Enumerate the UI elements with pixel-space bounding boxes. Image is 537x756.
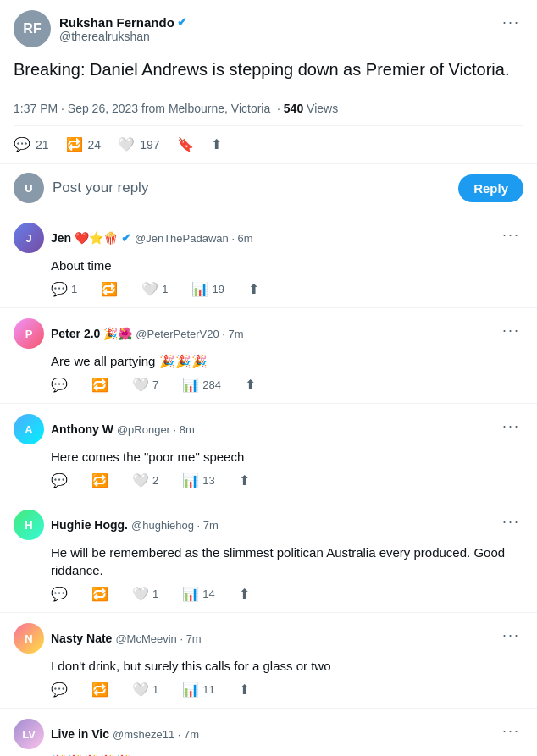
- like-icon: 🤍: [141, 281, 158, 297]
- reply-handle-time: @hughiehog · 7m: [131, 519, 219, 532]
- reply-comment-action[interactable]: 💬: [51, 682, 68, 698]
- reply-item: N Nasty Nate @McMeevin · 7m ··· I don't …: [0, 613, 537, 709]
- reply-retweet-action[interactable]: 🔁: [91, 682, 108, 698]
- reply-retweet-action[interactable]: 🔁: [91, 586, 108, 602]
- verified-icon: ✔: [177, 15, 187, 29]
- retweet-icon: 🔁: [66, 136, 83, 152]
- reply-submit-button[interactable]: Reply: [458, 174, 523, 202]
- reply-more-button[interactable]: ···: [499, 318, 523, 343]
- more-options-button[interactable]: ···: [499, 10, 523, 35]
- comment-icon: 💬: [51, 586, 68, 602]
- reply-like-action[interactable]: 🤍 7: [132, 377, 158, 393]
- reply-retweet-action[interactable]: 🔁: [91, 472, 108, 488]
- reply-comment-action[interactable]: 💬: [51, 586, 68, 602]
- share-stat[interactable]: ⬆: [211, 136, 222, 152]
- reply-author-row: N Nasty Nate @McMeevin · 7m: [14, 623, 202, 654]
- reply-like-count: 1: [152, 683, 158, 696]
- retweet-icon: 🔁: [101, 281, 118, 297]
- reply-author-info: Jen ❤️⭐🍿 ✔ @JenThePadawan · 6m: [51, 231, 253, 245]
- reply-header: LV Live in Vic @msheze11 · 7m ···: [14, 719, 523, 749]
- reply-views-action[interactable]: 📊 13: [182, 472, 214, 488]
- reply-author-info: Peter 2.0 🎉🌺 @PeterPeterV20 · 7m: [51, 327, 244, 340]
- views-icon: 📊: [182, 682, 199, 698]
- comment-stat[interactable]: 💬 21: [14, 136, 49, 152]
- like-icon: 🤍: [132, 472, 149, 488]
- reply-author-info: Live in Vic @msheze11 · 7m: [51, 727, 199, 741]
- reply-content: He will be remembered as the slimmest po…: [51, 544, 523, 579]
- reply-content: I don't drink, but surely this calls for…: [51, 657, 523, 675]
- views-icon: 📊: [191, 281, 208, 297]
- tweet-stats: 💬 21 🔁 24 🤍 197 🔖 ⬆: [14, 126, 523, 163]
- share-icon: ⬆: [239, 586, 250, 602]
- reply-actions: 💬 🔁 🤍 1 📊 14 ⬆: [51, 586, 523, 602]
- reply-like-count: 1: [162, 283, 168, 295]
- retweet-stat[interactable]: 🔁 24: [66, 136, 102, 152]
- reply-views-count: 11: [202, 683, 214, 696]
- author-name: Rukshan Fernando ✔: [59, 15, 187, 30]
- reply-comment-action[interactable]: 💬: [51, 472, 68, 488]
- like-icon: 🤍: [132, 682, 149, 698]
- like-stat[interactable]: 🤍 197: [118, 136, 159, 152]
- reply-views-count: 284: [202, 378, 221, 391]
- reply-item: A Anthony W @pRonger · 8m ··· Here comes…: [0, 404, 537, 499]
- tweet-content: Breaking: Daniel Andrews is stepping dow…: [14, 58, 523, 81]
- reply-header: H Hughie Hogg. @hughiehog · 7m ···: [14, 510, 523, 540]
- reply-views-action[interactable]: 📊 14: [182, 586, 214, 602]
- reply-actions: 💬 1 🔁 🤍 1 📊 19 ⬆: [51, 281, 523, 297]
- comment-icon: 💬: [51, 682, 68, 698]
- reply-author-name: Anthony W: [51, 422, 113, 436]
- reply-actions: 💬 🔁 🤍 1 📊 11 ⬆: [51, 682, 523, 698]
- reply-avatar: P: [14, 318, 44, 349]
- reply-author-info: Hughie Hogg. @hughiehog · 7m: [51, 518, 219, 532]
- tweet-views-label: Views: [307, 102, 338, 115]
- views-icon: 📊: [182, 377, 199, 393]
- reply-like-action[interactable]: 🤍 1: [141, 281, 168, 297]
- like-icon: 🤍: [132, 586, 149, 602]
- reply-like-action[interactable]: 🤍 1: [132, 682, 158, 698]
- reply-like-action[interactable]: 🤍 1: [132, 586, 158, 602]
- replies-list: J Jen ❤️⭐🍿 ✔ @JenThePadawan · 6m ··· Abo…: [0, 212, 537, 756]
- reply-comment-action[interactable]: 💬: [51, 377, 68, 393]
- bookmark-stat[interactable]: 🔖: [177, 136, 194, 152]
- reply-author-name: Nasty Nate: [51, 632, 112, 645]
- reply-author-name: Jen ❤️⭐🍿: [51, 231, 118, 245]
- reply-views-action[interactable]: 📊 11: [182, 682, 214, 698]
- retweet-icon: 🔁: [91, 377, 108, 393]
- reply-comment-action[interactable]: 💬 1: [51, 281, 77, 297]
- reply-more-button[interactable]: ···: [499, 719, 523, 743]
- reply-retweet-action[interactable]: 🔁: [91, 377, 108, 393]
- reply-item: P Peter 2.0 🎉🌺 @PeterPeterV20 · 7m ··· A…: [0, 308, 537, 404]
- like-count: 197: [140, 138, 159, 152]
- reply-views-count: 19: [212, 283, 224, 295]
- share-icon: ⬆: [239, 682, 250, 698]
- reply-more-button[interactable]: ···: [499, 414, 523, 439]
- reply-header: N Nasty Nate @McMeevin · 7m ···: [14, 623, 523, 654]
- share-icon: ⬆: [245, 377, 256, 393]
- reply-more-button[interactable]: ···: [499, 510, 523, 534]
- reply-author-name: Peter 2.0 🎉🌺: [51, 327, 132, 340]
- reply-share-action[interactable]: ⬆: [239, 586, 250, 602]
- comment-icon: 💬: [51, 281, 68, 297]
- verified-icon: ✔: [121, 231, 131, 245]
- tweet-author: RF Rukshan Fernando ✔ @therealrukshan: [14, 10, 187, 47]
- reply-name-line: Hughie Hogg. @hughiehog · 7m: [51, 518, 219, 532]
- comment-icon: 💬: [51, 472, 68, 488]
- reply-views-action[interactable]: 📊 19: [191, 281, 224, 297]
- reply-placeholder-text[interactable]: Post your reply: [53, 179, 450, 196]
- reply-retweet-action[interactable]: 🔁: [101, 281, 118, 297]
- reply-more-button[interactable]: ···: [499, 223, 523, 247]
- reply-share-action[interactable]: ⬆: [239, 472, 250, 488]
- reply-share-action[interactable]: ⬆: [245, 377, 256, 393]
- reply-like-action[interactable]: 🤍 2: [132, 472, 158, 488]
- reply-item: J Jen ❤️⭐🍿 ✔ @JenThePadawan · 6m ··· Abo…: [0, 212, 537, 308]
- reply-handle-time: @JenThePadawan · 6m: [135, 232, 253, 245]
- reply-author-row: J Jen ❤️⭐🍿 ✔ @JenThePadawan · 6m: [14, 223, 253, 253]
- views-icon: 📊: [182, 586, 199, 602]
- reply-share-action[interactable]: ⬆: [248, 281, 259, 297]
- reply-share-action[interactable]: ⬆: [239, 682, 250, 698]
- current-user-avatar: U: [14, 173, 44, 203]
- reply-more-button[interactable]: ···: [499, 623, 523, 648]
- reply-like-count: 7: [152, 378, 158, 391]
- reply-avatar: A: [14, 414, 44, 444]
- reply-views-action[interactable]: 📊 284: [182, 377, 221, 393]
